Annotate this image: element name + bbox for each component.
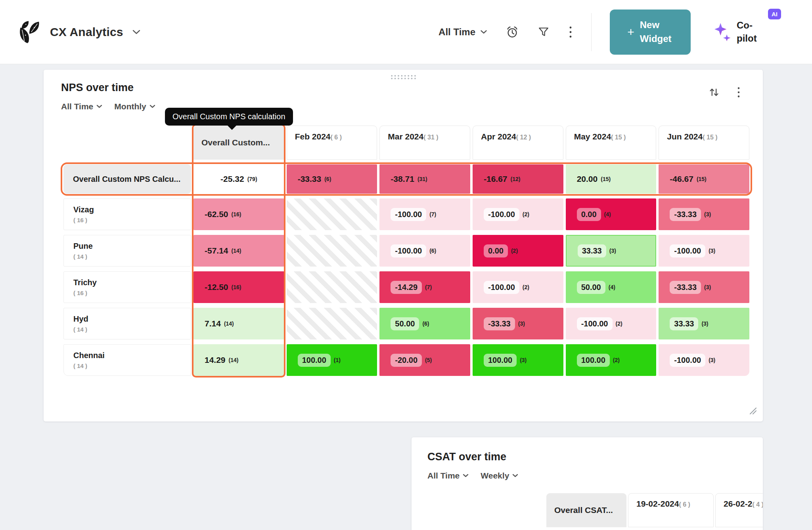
header-kebab-icon[interactable] xyxy=(568,25,573,39)
nps-cell-empty[interactable] xyxy=(287,235,377,267)
nps-cell[interactable]: -100.00(3) xyxy=(659,235,749,267)
nps-cell[interactable]: -12.50(16) xyxy=(193,271,284,303)
nps-cell[interactable]: -33.33(3) xyxy=(659,198,749,230)
nps-cell[interactable]: 33.33(3) xyxy=(659,308,749,339)
csat-table: Overall CSAT...19-02-2024( 6 )26-02-2( 4… xyxy=(412,493,763,527)
app-title-chevron-icon[interactable] xyxy=(132,29,141,35)
nps-granularity-filter[interactable]: Monthly xyxy=(114,102,155,111)
global-time-filter[interactable]: All Time xyxy=(439,27,487,38)
nps-cell[interactable]: -100.00(7) xyxy=(379,198,470,230)
chevron-down-icon xyxy=(480,30,487,34)
nps-cell[interactable]: -25.32(79) xyxy=(193,164,284,194)
sort-icon[interactable] xyxy=(708,86,720,98)
chevron-down-icon xyxy=(512,474,518,478)
app-title: CX Analytics xyxy=(50,25,123,39)
nps-cell[interactable]: 50.00(6) xyxy=(379,308,470,339)
ai-badge: AI xyxy=(768,9,781,19)
nps-cell[interactable]: 20.00(15) xyxy=(566,164,657,194)
alarm-icon[interactable] xyxy=(506,25,519,39)
filter-icon[interactable] xyxy=(537,26,550,38)
plus-icon: + xyxy=(627,26,634,38)
tooltip: Overall Custom NPS calculation xyxy=(165,108,293,126)
nps-widget: NPS over time All Time Monthly xyxy=(44,70,763,421)
new-widget-button[interactable]: + New Widget xyxy=(610,10,691,55)
nps-col-header-apr-2024[interactable]: Apr 2024( 12 ) xyxy=(473,126,563,160)
nps-cell[interactable]: 33.33(3) xyxy=(566,235,657,267)
app-header: CX Analytics All Time + xyxy=(0,0,812,64)
nps-kebab-icon[interactable] xyxy=(737,86,741,98)
csat-granularity-filter[interactable]: Weekly xyxy=(481,471,518,480)
new-widget-label: New Widget xyxy=(640,18,673,46)
nps-cell[interactable]: 14.29(14) xyxy=(193,344,284,376)
nps-col-header-overall-custom-[interactable]: Overall Custom... xyxy=(193,126,284,160)
nps-cell[interactable]: -100.00(2) xyxy=(473,271,563,303)
nps-cell[interactable]: -16.67(12) xyxy=(473,164,563,194)
nps-col-header-jun-2024[interactable]: Jun 2024( 15 ) xyxy=(659,126,749,160)
nps-row-label-trichy[interactable]: Trichy( 16 ) xyxy=(63,271,191,303)
nps-cell[interactable]: -100.00(2) xyxy=(473,198,563,230)
sparkle-icon xyxy=(713,22,733,42)
nps-col-header-may-2024[interactable]: May 2024( 15 ) xyxy=(566,126,657,160)
nps-cell[interactable]: -14.29(7) xyxy=(379,271,470,303)
nps-cell[interactable]: -33.33(3) xyxy=(473,308,563,339)
csat-col-header-26-02-2[interactable]: 26-02-2( 4 ) xyxy=(715,493,763,527)
nps-cell[interactable]: 0.00(4) xyxy=(566,198,657,230)
chevron-down-icon xyxy=(96,105,102,109)
drag-handle[interactable] xyxy=(390,74,416,80)
nps-row-label-overall-custom-nps-calcu-[interactable]: Overall Custom NPS Calcu... xyxy=(63,164,191,194)
nps-time-filter[interactable]: All Time xyxy=(61,102,102,111)
resize-handle-icon[interactable] xyxy=(748,406,757,417)
nps-row-label-hyd[interactable]: Hyd( 14 ) xyxy=(63,308,191,339)
nps-cell[interactable]: -57.14(14) xyxy=(193,235,284,267)
header-divider xyxy=(591,13,592,51)
nps-cell[interactable]: 100.00(3) xyxy=(473,344,563,376)
nps-cell-empty[interactable] xyxy=(287,271,377,303)
nps-row-label-pune[interactable]: Pune( 14 ) xyxy=(63,235,191,267)
nps-table-corner xyxy=(63,126,191,160)
nps-cell[interactable]: 0.00(2) xyxy=(473,235,563,267)
nps-cell[interactable]: -38.71(31) xyxy=(379,164,470,194)
nps-title: NPS over time xyxy=(61,82,155,94)
nps-cell[interactable]: 100.00(1) xyxy=(287,344,377,376)
copilot-label: Co-pilot xyxy=(737,19,765,45)
csat-time-filter[interactable]: All Time xyxy=(427,471,469,480)
nps-cell[interactable]: 100.00(2) xyxy=(566,344,657,376)
csat-col-header-19-02-2024[interactable]: 19-02-2024( 6 ) xyxy=(628,493,714,527)
nps-cell-empty[interactable] xyxy=(287,198,377,230)
csat-col-header-overall-csat-[interactable]: Overall CSAT... xyxy=(546,493,626,527)
nps-cell[interactable]: -33.33(3) xyxy=(659,271,749,303)
nps-cell-empty[interactable] xyxy=(287,308,377,339)
nps-cell[interactable]: -33.33(6) xyxy=(287,164,377,194)
nps-cell[interactable]: -62.50(16) xyxy=(193,198,284,230)
nps-cell[interactable]: 50.00(4) xyxy=(566,271,657,303)
nps-cell[interactable]: -100.00(2) xyxy=(566,308,657,339)
csat-title: CSAT over time xyxy=(427,451,518,463)
nps-row-label-chennai[interactable]: Chennai( 14 ) xyxy=(63,344,191,376)
nps-col-header-mar-2024[interactable]: Mar 2024( 31 ) xyxy=(379,126,470,160)
nps-row-label-vizag[interactable]: Vizag( 16 ) xyxy=(63,198,191,230)
chevron-down-icon xyxy=(149,105,155,109)
plant-logo xyxy=(17,20,41,44)
nps-cell[interactable]: -20.00(5) xyxy=(379,344,470,376)
csat-widget: CSAT over time All Time Weekly Overall C… xyxy=(412,437,763,530)
nps-cell[interactable]: 7.14(14) xyxy=(193,308,284,339)
nps-cell[interactable]: -100.00(6) xyxy=(379,235,470,267)
nps-cell[interactable]: -46.67(15) xyxy=(659,164,749,194)
chevron-down-icon xyxy=(463,474,469,478)
nps-cell[interactable]: -100.00(3) xyxy=(659,344,749,376)
nps-table: Overall Custom...Feb 2024( 6 )Mar 2024( … xyxy=(63,126,749,376)
nps-col-header-feb-2024[interactable]: Feb 2024( 6 ) xyxy=(287,126,377,160)
copilot-button[interactable]: Co-pilot AI xyxy=(713,19,765,45)
